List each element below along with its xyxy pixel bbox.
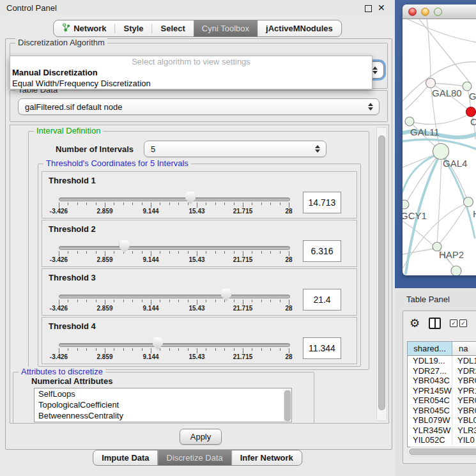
table-row[interactable]: YDL19...YDL1	[408, 356, 476, 366]
network-view[interactable]: GAL80GACGAL11GAL4GCY1HHAP2	[403, 19, 476, 275]
slider-track[interactable]	[59, 295, 290, 298]
apply-button[interactable]: Apply	[180, 429, 222, 445]
table-cell[interactable]: YER054C	[408, 395, 452, 406]
slider-track[interactable]	[59, 246, 290, 250]
list-scrollbar[interactable]	[283, 389, 291, 421]
table-cell[interactable]: YPR1	[452, 386, 476, 396]
threshold-value-field[interactable]: 11.344	[303, 337, 341, 359]
network-edge[interactable]	[431, 83, 467, 86]
slider-tick	[280, 203, 280, 205]
slider-track[interactable]	[59, 197, 290, 201]
network-node-gal11[interactable]	[405, 117, 414, 126]
checkbox-icons: ✓ ✓	[450, 319, 467, 327]
network-edge[interactable]	[403, 249, 435, 254]
table-data-combobox[interactable]: galFiltered.sif default node	[18, 98, 380, 115]
network-edge[interactable]	[408, 19, 476, 42]
table-cell[interactable]: YBR043C	[408, 376, 452, 386]
network-edge[interactable]	[419, 19, 470, 83]
number-of-intervals-combobox[interactable]: 5	[144, 141, 326, 157]
list-scrollbar-thumb[interactable]	[284, 390, 291, 421]
table-row[interactable]: YLR345WYLR3	[408, 426, 476, 436]
mac-zoom-button[interactable]	[434, 8, 442, 16]
close-icon[interactable]: ✕	[378, 3, 385, 13]
gear-icon[interactable]: ⚙	[410, 318, 420, 329]
list-item[interactable]: BetweennessCentrality	[35, 410, 291, 421]
table-cell[interactable]: YDL1	[452, 356, 476, 366]
table-cell[interactable]: YER0	[452, 395, 476, 406]
tab-style[interactable]: Style	[115, 20, 151, 36]
network-canvas[interactable]: GAL80GACGAL11GAL4GCY1HHAP2	[403, 19, 476, 275]
slider-track[interactable]	[59, 343, 290, 347]
network-edge[interactable]	[440, 203, 468, 243]
table-row[interactable]: YBR045CYBR0	[408, 406, 476, 416]
tab-impute-data[interactable]: Impute Data	[93, 450, 157, 465]
table-cell[interactable]: YDR27...	[408, 366, 452, 376]
network-icon	[62, 23, 70, 34]
network-node-gal4[interactable]	[433, 144, 449, 160]
table-row[interactable]: YER054CYER0	[408, 395, 476, 406]
float-icon[interactable]	[365, 5, 372, 12]
slider-tick	[261, 300, 262, 302]
tab-select[interactable]: Select	[153, 20, 194, 36]
network-node[interactable]	[451, 266, 461, 275]
group-title-interval-definition: Interval Definition	[34, 126, 103, 135]
network-node-gcy1[interactable]	[403, 200, 409, 209]
slider-tick	[197, 300, 197, 305]
tab-infer-network[interactable]: Infer Network	[231, 450, 302, 465]
network-edge[interactable]	[437, 159, 441, 245]
table-cell[interactable]: YBL079W	[408, 415, 452, 426]
list-item[interactable]: TopologicalCoefficient	[35, 399, 291, 410]
tab-cyni-toolbox[interactable]: Cyni Toolbox	[194, 20, 257, 36]
tab-jactivemnodules[interactable]: jActiveMNodules	[257, 20, 341, 36]
table-cell[interactable]: YBL0	[452, 415, 476, 426]
table-cell[interactable]: YLR345W	[408, 426, 452, 436]
checkbox-icon[interactable]: ✓	[450, 319, 457, 327]
table-row[interactable]: YIL052CYIL0	[408, 435, 476, 445]
slider-thumb[interactable]	[153, 337, 163, 350]
table-cell[interactable]: YDL19...	[408, 356, 452, 366]
network-node-ga[interactable]	[463, 82, 472, 91]
algorithm-option-equal-width-frequency-discretization[interactable]: Equal Width/Frequency Discretization	[10, 78, 372, 89]
threshold-value-field[interactable]: 6.316	[303, 240, 341, 262]
slider-tick	[68, 203, 68, 205]
table-cell[interactable]: YDR2	[452, 366, 476, 376]
network-edge[interactable]	[410, 114, 470, 124]
checkbox-icon[interactable]: ✓	[459, 319, 467, 327]
split-view-icon[interactable]	[429, 318, 441, 329]
table-row[interactable]: YPR145WYPR1	[408, 386, 476, 396]
panel-scrollbar-thumb[interactable]	[378, 135, 385, 410]
table-column-header-na[interactable]: na	[452, 342, 476, 355]
table-cell[interactable]: YBR0	[452, 406, 476, 416]
threshold-value-field[interactable]: 14.713	[303, 192, 341, 213]
table-hscrollbar[interactable]	[407, 447, 476, 456]
algorithm-placeholder-item[interactable]: Select algorithm to view settings	[10, 56, 372, 67]
table-cell[interactable]: YBR0	[452, 376, 476, 386]
mac-minimize-button[interactable]	[421, 8, 429, 16]
algorithm-option-manual-discretization[interactable]: Manual Discretization	[10, 67, 372, 78]
list-item[interactable]: SelfLoops	[35, 388, 291, 399]
network-node-c[interactable]	[466, 107, 476, 117]
mac-close-button[interactable]	[408, 8, 417, 16]
slider-thumb[interactable]	[221, 289, 231, 302]
slider-tick	[270, 251, 271, 254]
table-cell[interactable]: YPR145W	[408, 386, 452, 396]
table-cell[interactable]: YIL052C	[408, 435, 452, 445]
table-row[interactable]: YDR27...YDR2	[408, 366, 476, 376]
table-row[interactable]: YBR043CYBR0	[408, 376, 476, 386]
slider-tick	[59, 300, 59, 305]
threshold-value-field[interactable]: 21.4	[303, 289, 341, 311]
panel-scrollbar[interactable]	[376, 127, 387, 421]
network-edge[interactable]	[405, 83, 431, 110]
table-cell[interactable]: YBR045C	[408, 406, 452, 416]
tab-network[interactable]: Network	[54, 20, 114, 36]
network-node-gal80[interactable]	[426, 79, 436, 88]
tab-discretize-data[interactable]: Discretize Data	[158, 450, 231, 465]
slider-thumb[interactable]	[119, 240, 130, 253]
table-cell[interactable]: YIL0	[452, 435, 476, 445]
table-column-header-shared-[interactable]: shared...	[408, 342, 452, 355]
table-hscrollbar-thumb[interactable]	[409, 449, 476, 455]
numerical-attributes-list[interactable]: SelfLoopsTopologicalCoefficientBetweenne…	[34, 388, 292, 422]
network-node-h[interactable]	[464, 197, 473, 207]
table-cell[interactable]: YLR3	[452, 426, 476, 436]
table-row[interactable]: YBL079WYBL0	[408, 415, 476, 426]
